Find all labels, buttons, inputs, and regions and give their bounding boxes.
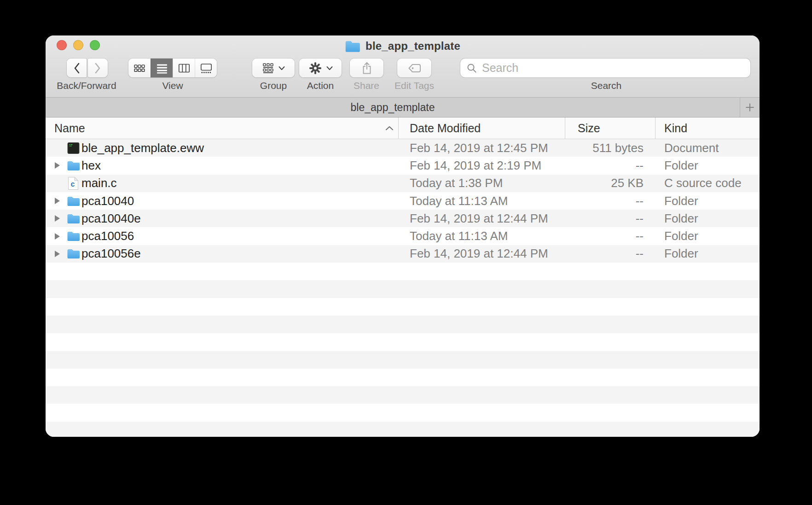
forward-button[interactable] bbox=[88, 59, 108, 77]
file-date-modified: Feb 14, 2019 at 12:45 PM bbox=[410, 139, 548, 157]
tag-icon bbox=[407, 63, 422, 74]
back-forward-label: Back/Forward bbox=[57, 80, 116, 91]
file-kind: Folder bbox=[664, 210, 698, 227]
gallery-view-button[interactable] bbox=[195, 59, 217, 77]
title-bar: ble_app_template bbox=[46, 39, 760, 53]
chevron-left-icon bbox=[73, 62, 80, 74]
file-kind: Folder bbox=[664, 245, 698, 263]
list-view-icon bbox=[156, 62, 168, 74]
gear-icon bbox=[308, 61, 322, 75]
group-label: Group bbox=[260, 80, 287, 91]
plus-icon bbox=[745, 102, 755, 112]
search-field bbox=[460, 59, 750, 77]
view-mode-control bbox=[128, 59, 217, 77]
file-name: hex bbox=[81, 157, 101, 174]
file-size: -- bbox=[565, 157, 644, 174]
disclosure-triangle-icon[interactable] bbox=[55, 198, 60, 204]
column-header-row: Name Date Modified Size Kind bbox=[46, 117, 760, 139]
group-button[interactable] bbox=[252, 59, 295, 77]
file-kind: Folder bbox=[664, 192, 698, 210]
share-label: Share bbox=[354, 80, 379, 91]
file-name: main.c bbox=[81, 175, 117, 192]
file-size: -- bbox=[565, 245, 644, 263]
chevron-right-icon bbox=[94, 62, 101, 74]
search-input[interactable] bbox=[482, 61, 745, 75]
edit-tags-label: Edit Tags bbox=[394, 80, 434, 91]
disclosure-triangle-icon[interactable] bbox=[55, 215, 60, 222]
chevron-down-icon bbox=[278, 66, 285, 70]
column-divider[interactable] bbox=[655, 117, 655, 139]
eww-document-icon bbox=[66, 141, 80, 155]
column-header-name[interactable]: Name bbox=[54, 117, 85, 139]
file-kind: Folder bbox=[664, 227, 698, 245]
file-size: -- bbox=[565, 192, 644, 210]
file-list: ble_app_template.eww Feb 14, 2019 at 12:… bbox=[46, 139, 760, 437]
column-view-icon bbox=[178, 62, 190, 74]
file-name: ble_app_template.eww bbox=[81, 139, 204, 157]
action-label: Action bbox=[307, 80, 334, 91]
table-row[interactable]: pca10040 Today at 11:13 AM -- Folder bbox=[46, 192, 760, 210]
file-name: pca10040e bbox=[81, 210, 141, 227]
file-date-modified: Feb 14, 2019 at 12:44 PM bbox=[410, 245, 548, 263]
file-kind: Folder bbox=[664, 157, 698, 174]
c-source-icon: c bbox=[66, 176, 80, 190]
table-row[interactable]: pca10056 Today at 11:13 AM -- Folder bbox=[46, 227, 760, 245]
list-view-button[interactable] bbox=[151, 59, 173, 77]
tab-bar: ble_app_template bbox=[46, 98, 760, 117]
file-date-modified: Today at 11:13 AM bbox=[410, 227, 508, 245]
file-date-modified: Feb 14, 2019 at 2:19 PM bbox=[410, 157, 541, 174]
folder-icon bbox=[345, 40, 360, 53]
file-name: pca10056e bbox=[81, 245, 141, 263]
disclosure-triangle-icon[interactable] bbox=[55, 162, 60, 169]
file-name: pca10056 bbox=[81, 227, 134, 245]
tab-ble-app-template[interactable]: ble_app_template bbox=[46, 98, 740, 117]
folder-icon bbox=[66, 211, 80, 225]
page-title: ble_app_template bbox=[365, 40, 460, 53]
file-kind: C source code bbox=[664, 175, 742, 192]
table-row[interactable]: pca10040e Feb 14, 2019 at 12:44 PM -- Fo… bbox=[46, 210, 760, 227]
column-header-date-modified[interactable]: Date Modified bbox=[410, 117, 481, 139]
new-tab-button[interactable] bbox=[740, 98, 760, 117]
file-date-modified: Today at 1:38 PM bbox=[410, 175, 503, 192]
action-button[interactable] bbox=[299, 59, 342, 77]
gallery-view-icon bbox=[200, 62, 212, 74]
file-size: 25 KB bbox=[565, 175, 644, 192]
window-chrome: ble_app_template bbox=[46, 35, 760, 98]
icon-view-icon bbox=[133, 62, 145, 74]
table-row[interactable]: pca10056e Feb 14, 2019 at 12:44 PM -- Fo… bbox=[46, 245, 760, 263]
folder-icon bbox=[66, 229, 80, 243]
file-kind: Document bbox=[664, 139, 719, 157]
column-divider[interactable] bbox=[565, 117, 565, 139]
disclosure-triangle-icon[interactable] bbox=[55, 233, 60, 240]
column-header-kind[interactable]: Kind bbox=[664, 117, 687, 139]
tab-label: ble_app_template bbox=[351, 101, 435, 114]
folder-icon bbox=[66, 159, 80, 172]
icon-view-button[interactable] bbox=[128, 59, 151, 77]
column-divider[interactable] bbox=[398, 117, 399, 139]
search-icon bbox=[466, 62, 478, 74]
file-name: pca10040 bbox=[81, 192, 134, 210]
column-header-size[interactable]: Size bbox=[578, 117, 600, 139]
table-row[interactable]: c main.c Today at 1:38 PM 25 KB C source… bbox=[46, 175, 760, 192]
file-size: 511 bytes bbox=[565, 139, 644, 157]
file-date-modified: Feb 14, 2019 at 12:44 PM bbox=[410, 210, 548, 227]
file-size: -- bbox=[565, 227, 644, 245]
file-size: -- bbox=[565, 210, 644, 227]
disclosure-triangle-icon[interactable] bbox=[55, 251, 60, 257]
search-label: Search bbox=[591, 80, 622, 91]
sort-ascending-icon bbox=[385, 126, 394, 131]
column-view-button[interactable] bbox=[173, 59, 195, 77]
finder-window: ble_app_template bbox=[46, 35, 760, 437]
group-icon bbox=[262, 62, 274, 74]
file-date-modified: Today at 11:13 AM bbox=[410, 192, 508, 210]
folder-icon bbox=[66, 194, 80, 208]
svg-text:c: c bbox=[71, 180, 75, 188]
view-label: View bbox=[162, 80, 183, 91]
table-row[interactable]: ble_app_template.eww Feb 14, 2019 at 12:… bbox=[46, 139, 760, 157]
edit-tags-button[interactable] bbox=[397, 59, 431, 77]
share-button[interactable] bbox=[350, 59, 383, 77]
table-row[interactable]: hex Feb 14, 2019 at 2:19 PM -- Folder bbox=[46, 157, 760, 174]
navigation-buttons bbox=[67, 59, 108, 77]
back-button[interactable] bbox=[67, 59, 87, 77]
share-icon bbox=[360, 61, 373, 75]
